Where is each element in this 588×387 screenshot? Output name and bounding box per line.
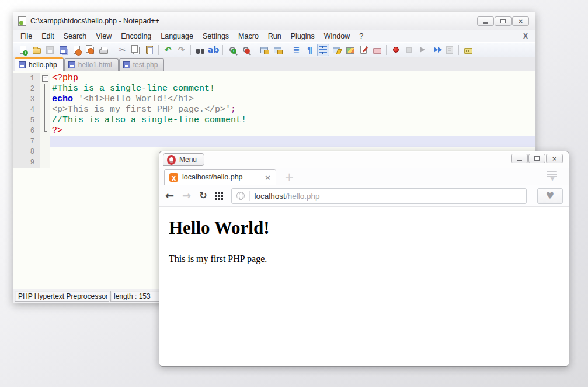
find-icon[interactable] — [194, 44, 206, 56]
paste-icon[interactable] — [143, 44, 155, 56]
doc-tab-label: hello1.html — [78, 61, 112, 69]
save-all-icon[interactable] — [57, 44, 69, 56]
macro-record-icon[interactable] — [389, 44, 402, 56]
code-text: <?php — [50, 73, 535, 84]
show-all-characters-icon[interactable]: ¶ — [304, 44, 316, 56]
notepadpp-window-controls: × — [477, 16, 529, 26]
open-file-icon[interactable] — [30, 44, 43, 56]
function-list-icon[interactable] — [357, 44, 370, 56]
back-button[interactable]: ← — [165, 191, 174, 201]
editor-line-5: 5//This is also a single-line comment! — [13, 115, 535, 126]
menu-encoding[interactable]: Encoding — [116, 31, 156, 42]
close-button[interactable]: × — [546, 154, 563, 163]
sync-vertical-scroll-icon[interactable] — [258, 44, 270, 56]
plugin-folder-icon[interactable] — [462, 44, 474, 56]
menu-language[interactable]: Language — [156, 31, 198, 42]
minimize-button[interactable] — [477, 16, 494, 26]
folder-as-workspace-icon[interactable] — [371, 44, 383, 56]
line-number: 6 — [13, 126, 40, 136]
menu-file[interactable]: File — [16, 31, 37, 42]
forward-button[interactable]: → — [182, 191, 191, 201]
open-file-glyph — [33, 48, 41, 54]
paste-glyph — [146, 46, 153, 54]
zoom-out-icon[interactable] — [239, 44, 252, 56]
close-button[interactable]: × — [512, 16, 529, 26]
fold-marker-end — [40, 126, 50, 136]
macro-run-multiple-glyph — [434, 47, 438, 53]
closed-tabs-button[interactable]: ▼ — [547, 171, 558, 181]
line-number: 3 — [13, 94, 40, 105]
opera-window-controls: × — [511, 154, 563, 163]
bookmark-button[interactable]: ♥ — [537, 188, 563, 204]
editor-line-1: 1<?php — [13, 73, 535, 84]
save-file-icon[interactable] — [44, 44, 56, 56]
toolbar-separator — [386, 45, 387, 55]
zoom-in-icon[interactable] — [226, 44, 238, 56]
close-file-icon[interactable] — [71, 44, 83, 56]
macro-save-icon[interactable] — [443, 44, 455, 56]
fold-marker-open[interactable] — [40, 73, 50, 84]
menu-edit[interactable]: Edit — [37, 31, 59, 42]
undo-icon[interactable]: ↶ — [162, 44, 174, 56]
editor-line-3: 3echo '<h1>Hello World!</h1> — [13, 94, 535, 105]
doc-tab-hello.php[interactable]: hello.php — [15, 57, 64, 71]
speed-dial-icon[interactable] — [215, 192, 223, 200]
menu-help[interactable]: ? — [354, 31, 368, 42]
menu-macro[interactable]: Macro — [234, 31, 263, 42]
redo-icon[interactable]: ↷ — [175, 44, 187, 56]
menu-run[interactable]: Run — [263, 31, 286, 42]
token-tag: <?php — [52, 73, 78, 83]
print-icon[interactable] — [98, 44, 110, 56]
new-tab-button[interactable]: + — [284, 172, 294, 181]
token-tag: ?> — [52, 126, 62, 136]
menu-window[interactable]: Window — [319, 31, 354, 42]
new-file-icon[interactable] — [17, 44, 29, 56]
reload-button[interactable]: ↻ — [199, 191, 207, 201]
opera-window: Menu × χ localhost/hello.php × + ▼ ← → ↻… — [159, 151, 569, 367]
token-pun: ; — [231, 105, 236, 115]
saved-file-icon — [123, 61, 130, 68]
close-icon: × — [552, 156, 557, 162]
zoom-out-glyph — [243, 47, 249, 53]
document-map-icon[interactable] — [330, 44, 343, 56]
doc-switcher-icon[interactable] — [344, 44, 356, 56]
macro-play-icon[interactable] — [416, 44, 429, 56]
minimize-button[interactable] — [511, 154, 528, 163]
maximize-button[interactable] — [495, 16, 512, 26]
notepadpp-titlebar[interactable]: C:\xampp\htdocs\hello.php - Notepad++ × — [13, 12, 535, 30]
address-bar-input[interactable]: localhost/hello.php — [231, 188, 527, 204]
maximize-button[interactable] — [528, 154, 545, 163]
opera-menu-button[interactable]: Menu — [163, 153, 204, 166]
macro-stop-icon[interactable] — [403, 44, 415, 56]
tab-close-icon[interactable]: × — [265, 173, 271, 182]
menu-search[interactable]: Search — [59, 31, 92, 42]
fold-margin — [40, 157, 50, 168]
url-path: /hello.php — [286, 192, 320, 201]
globe-icon — [236, 192, 245, 200]
plugin-folder-glyph — [464, 48, 472, 54]
replace-icon[interactable]: ab — [207, 44, 220, 56]
menu-plugins[interactable]: Plugins — [286, 31, 319, 42]
notepadpp-toolbar: ✂↶↷ab≣¶ — [13, 42, 535, 57]
word-wrap-icon[interactable]: ≣ — [290, 44, 302, 56]
menubar-close-icon[interactable]: X — [519, 32, 533, 40]
find-glyph — [196, 49, 204, 54]
menu-view[interactable]: View — [91, 31, 116, 42]
show-indent-guide-icon[interactable] — [317, 44, 329, 56]
opera-titlebar[interactable]: Menu × — [159, 151, 569, 168]
close-all-icon[interactable] — [84, 44, 96, 56]
line-number: 2 — [13, 84, 40, 94]
browser-tab-localhost[interactable]: χ localhost/hello.php × — [164, 169, 276, 185]
copy-icon[interactable] — [130, 44, 142, 56]
word-wrap-glyph: ≣ — [293, 46, 300, 54]
saved-file-icon — [68, 61, 75, 68]
doc-tab-test.php[interactable]: test.php — [119, 58, 165, 71]
macro-play-glyph — [420, 47, 425, 53]
doc-tab-hello1.html[interactable]: hello1.html — [64, 58, 119, 71]
opera-menu-label: Menu — [179, 156, 197, 164]
menu-settings[interactable]: Settings — [198, 31, 234, 42]
toolbar-separator — [458, 45, 459, 55]
macro-run-multiple-icon[interactable] — [430, 44, 442, 56]
sync-horizontal-scroll-icon[interactable] — [272, 44, 284, 56]
cut-icon[interactable]: ✂ — [116, 44, 128, 56]
